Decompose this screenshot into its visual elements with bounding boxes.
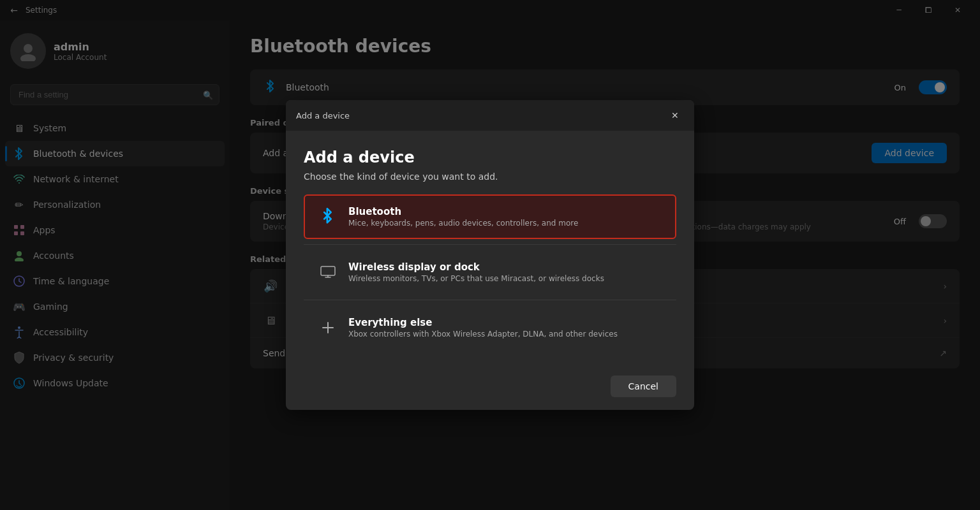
device-option-bluetooth-icon (318, 207, 338, 227)
add-device-dialog: Add a device ✕ Add a device Choose the k… (286, 100, 694, 410)
modal-overlay: Add a device ✕ Add a device Choose the k… (0, 0, 980, 510)
modal-heading: Add a device (304, 149, 676, 166)
device-option-everything-title: Everything else (348, 317, 662, 328)
device-option-bluetooth-title: Bluetooth (348, 206, 662, 217)
device-option-bluetooth-text: Bluetooth Mice, keyboards, pens, audio d… (348, 206, 662, 228)
modal-divider-2 (304, 300, 676, 300)
svg-rect-12 (321, 266, 335, 275)
modal-title-text: Add a device (296, 111, 350, 120)
cancel-button[interactable]: Cancel (611, 375, 676, 397)
device-option-wireless-icon (318, 262, 338, 282)
device-option-wireless[interactable]: Wireless display or dock Wireless monito… (304, 250, 676, 295)
modal-title-bar: Add a device ✕ (286, 100, 694, 131)
device-option-everything-text: Everything else Xbox controllers with Xb… (348, 317, 662, 339)
device-option-wireless-text: Wireless display or dock Wireless monito… (348, 261, 662, 283)
modal-body: Add a device Choose the kind of device y… (286, 131, 694, 365)
device-option-wireless-title: Wireless display or dock (348, 261, 662, 273)
device-option-wireless-desc: Wireless monitors, TVs, or PCs that use … (348, 274, 662, 283)
device-option-bluetooth-desc: Mice, keyboards, pens, audio devices, co… (348, 219, 662, 228)
device-option-everything-icon (318, 317, 338, 338)
device-option-everything[interactable]: Everything else Xbox controllers with Xb… (304, 305, 676, 350)
modal-footer: Cancel (286, 365, 694, 410)
modal-divider-1 (304, 244, 676, 245)
device-option-bluetooth[interactable]: Bluetooth Mice, keyboards, pens, audio d… (304, 194, 676, 239)
modal-subtitle: Choose the kind of device you want to ad… (304, 171, 676, 182)
device-option-everything-desc: Xbox controllers with Xbox Wireless Adap… (348, 330, 662, 339)
modal-close-button[interactable]: ✕ (666, 106, 684, 124)
